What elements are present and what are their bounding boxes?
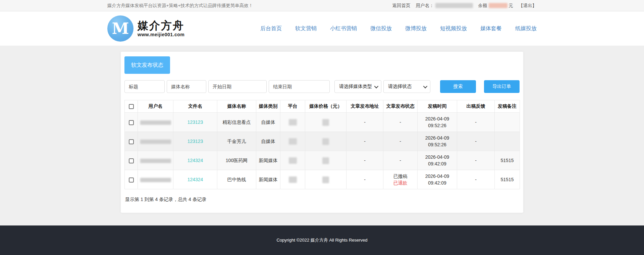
brand-name: 媒介方舟 bbox=[138, 20, 184, 32]
select-all-checkbox[interactable] bbox=[129, 104, 134, 109]
cell-media-name: 精彩信息看点 bbox=[217, 113, 256, 132]
file-link[interactable]: 123123 bbox=[187, 139, 203, 144]
column-header: 发稿时间 bbox=[418, 100, 457, 113]
table-body: 123123精彩信息看点自媒体--2026-04-0909:52:26-1231… bbox=[125, 113, 520, 189]
row-checkbox[interactable] bbox=[129, 177, 134, 183]
cell-publish-address: - bbox=[346, 113, 383, 132]
column-header: 媒体名称 bbox=[217, 100, 256, 113]
balance-label: 余额 bbox=[478, 3, 487, 9]
cell-media-name: 千金芳儿 bbox=[217, 132, 256, 151]
logo-m-icon: M bbox=[107, 15, 133, 42]
cell-publish-time: 2026-04-0909:52:26 bbox=[418, 113, 457, 132]
redacted-price bbox=[322, 119, 329, 126]
logout-link[interactable]: 【退出】 bbox=[519, 3, 537, 9]
cell-price bbox=[305, 132, 346, 151]
redacted-username bbox=[140, 159, 171, 163]
table-row: 123123精彩信息看点自媒体--2026-04-0909:52:26- bbox=[125, 113, 520, 132]
cell-username bbox=[138, 170, 173, 189]
column-header: 文章发布状态 bbox=[383, 100, 418, 113]
column-header: 出稿反馈 bbox=[457, 100, 495, 113]
cell-platform bbox=[280, 151, 305, 170]
nav-item-纸媒投放[interactable]: 纸媒投放 bbox=[515, 25, 537, 32]
tab-publish-status[interactable]: 软文发布状态 bbox=[124, 56, 170, 74]
export-orders-button[interactable]: 导出订单 bbox=[484, 80, 520, 93]
cell-media-type: 自媒体 bbox=[256, 113, 280, 132]
cell-platform bbox=[280, 132, 305, 151]
title-input[interactable] bbox=[124, 80, 165, 93]
topbar-slogan: 媒介方舟媒体发稿平台以资源+策略+技术的方式让品牌传播更简单高效！ bbox=[107, 3, 253, 9]
redacted-topbar-username bbox=[435, 3, 473, 8]
status-select[interactable]: 请选择状态 bbox=[383, 80, 430, 93]
cell-feedback: - bbox=[457, 151, 495, 170]
username-label: 用户名： bbox=[416, 3, 434, 9]
cell-publish-status: - bbox=[383, 132, 418, 151]
orders-table: 用户名文件名媒体名称媒体类别平台媒体价格（元）文章发布地址文章发布状态发稿时间出… bbox=[124, 100, 520, 189]
nav-item-小红书营销[interactable]: 小红书营销 bbox=[330, 25, 357, 32]
redacted-platform bbox=[289, 138, 297, 145]
brand-logo[interactable]: M 媒介方舟 www.meijie001.com bbox=[107, 15, 184, 42]
nav-item-微博投放[interactable]: 微博投放 bbox=[405, 25, 427, 32]
content-card: 软文发布状态 请选择媒体类型 请选择状态 搜索 导出订单 用户名文件名媒体 bbox=[121, 52, 523, 213]
nav-item-后台首页[interactable]: 后台首页 bbox=[260, 25, 282, 32]
column-header: 媒体类别 bbox=[256, 100, 280, 113]
cell-feedback: - bbox=[457, 132, 495, 151]
row-checkbox[interactable] bbox=[129, 120, 134, 125]
row-checkbox[interactable] bbox=[129, 158, 134, 163]
home-link[interactable]: 返回首页 bbox=[392, 3, 411, 9]
cell-media-type: 新闻媒体 bbox=[256, 151, 280, 170]
file-link[interactable]: 124324 bbox=[187, 177, 203, 182]
cell-note bbox=[495, 113, 520, 132]
media-name-input[interactable] bbox=[167, 80, 206, 93]
cell-publish-status: - bbox=[383, 113, 418, 132]
table-header-row: 用户名文件名媒体名称媒体类别平台媒体价格（元）文章发布地址文章发布状态发稿时间出… bbox=[125, 100, 520, 113]
cell-publish-status: - bbox=[383, 151, 418, 170]
row-checkbox[interactable] bbox=[129, 139, 134, 144]
cell-media-type: 自媒体 bbox=[256, 132, 280, 151]
chevron-down-icon bbox=[423, 84, 428, 88]
redacted-price bbox=[322, 176, 329, 183]
cell-select bbox=[125, 170, 138, 189]
nav-item-媒体套餐[interactable]: 媒体套餐 bbox=[480, 25, 502, 32]
filter-bar: 请选择媒体类型 请选择状态 搜索 导出订单 bbox=[124, 80, 520, 93]
chevron-down-icon bbox=[374, 84, 379, 88]
column-header: 文章发布地址 bbox=[346, 100, 383, 113]
search-button[interactable]: 搜索 bbox=[440, 80, 476, 93]
copyright-text: Copyright ©2022 媒介方舟 All Rights Reserved bbox=[276, 237, 367, 243]
cell-filename: 123123 bbox=[173, 113, 217, 132]
table-row: 124324巴中热线新闻媒体-已撤稿已退款2026-04-0909:42:09-… bbox=[125, 170, 520, 189]
redacted-platform bbox=[289, 157, 297, 164]
redacted-price bbox=[322, 157, 329, 164]
nav-item-短视频投放[interactable]: 短视频投放 bbox=[440, 25, 467, 32]
file-link[interactable]: 124324 bbox=[187, 158, 203, 163]
column-header: 文件名 bbox=[173, 100, 217, 113]
cell-platform bbox=[280, 170, 305, 189]
cell-publish-time: 2026-04-0909:52:26 bbox=[418, 132, 457, 151]
end-date-input[interactable] bbox=[269, 80, 330, 93]
nav-item-软文营销[interactable]: 软文营销 bbox=[295, 25, 317, 32]
redacted-platform bbox=[289, 119, 297, 125]
table-row: 124324100医药网新闻媒体--2026-04-0909:42:09-515… bbox=[125, 151, 520, 170]
cell-publish-time: 2026-04-0909:42:09 bbox=[418, 151, 457, 170]
cell-filename: 124324 bbox=[173, 170, 217, 189]
cell-note: 51515 bbox=[495, 151, 520, 170]
records-summary: 显示第 1 到第 4 条记录，总共 4 条记录 bbox=[124, 197, 520, 203]
file-link[interactable]: 123123 bbox=[187, 119, 203, 125]
cell-media-name: 巴中热线 bbox=[217, 170, 256, 189]
refund-status: 已退款 bbox=[384, 180, 417, 186]
select-all-cell bbox=[125, 100, 138, 113]
start-date-input[interactable] bbox=[208, 80, 267, 93]
status-select-value: 请选择状态 bbox=[388, 84, 412, 90]
column-header: 媒体价格（元） bbox=[305, 100, 346, 113]
page-footer: Copyright ©2022 媒介方舟 All Rights Reserved bbox=[0, 225, 644, 255]
cell-select bbox=[125, 113, 138, 132]
header: M 媒介方舟 www.meijie001.com 后台首页软文营销小红书营销微信… bbox=[0, 11, 644, 46]
cell-media-type: 新闻媒体 bbox=[256, 170, 280, 189]
cell-filename: 123123 bbox=[173, 132, 217, 151]
cell-filename: 124324 bbox=[173, 151, 217, 170]
column-header: 用户名 bbox=[138, 100, 173, 113]
media-type-select[interactable]: 请选择媒体类型 bbox=[334, 80, 381, 93]
cell-publish-time: 2026-04-0909:42:09 bbox=[418, 170, 457, 189]
nav-item-微信投放[interactable]: 微信投放 bbox=[370, 25, 392, 32]
cell-username bbox=[138, 132, 173, 151]
cell-select bbox=[125, 151, 138, 170]
